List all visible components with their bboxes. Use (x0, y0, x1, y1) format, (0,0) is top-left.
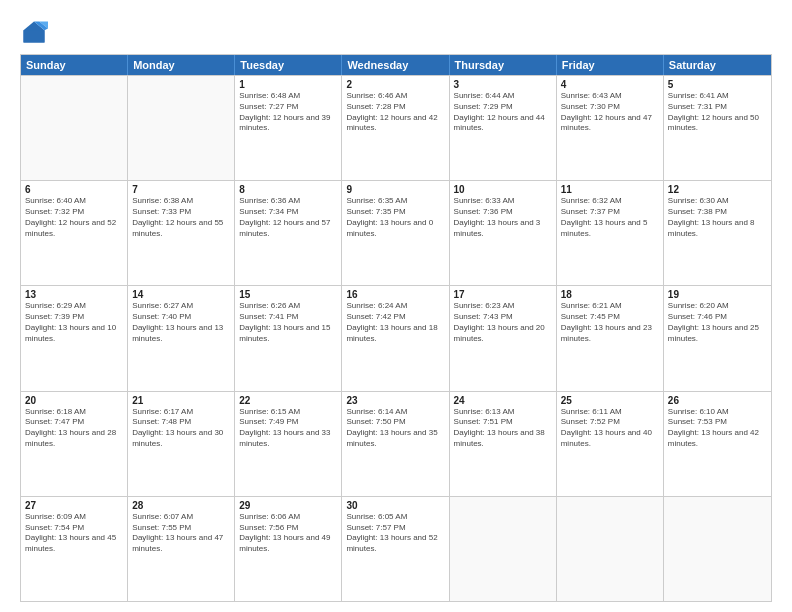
calendar-cell-day-24: 24Sunrise: 6:13 AM Sunset: 7:51 PM Dayli… (450, 392, 557, 496)
cell-info: Sunrise: 6:30 AM Sunset: 7:38 PM Dayligh… (668, 196, 767, 239)
cell-info: Sunrise: 6:06 AM Sunset: 7:56 PM Dayligh… (239, 512, 337, 555)
cell-day-number: 26 (668, 395, 767, 406)
calendar-cell-day-3: 3Sunrise: 6:44 AM Sunset: 7:29 PM Daylig… (450, 76, 557, 180)
cell-info: Sunrise: 6:20 AM Sunset: 7:46 PM Dayligh… (668, 301, 767, 344)
cell-day-number: 20 (25, 395, 123, 406)
cell-day-number: 3 (454, 79, 552, 90)
cell-info: Sunrise: 6:46 AM Sunset: 7:28 PM Dayligh… (346, 91, 444, 134)
cell-day-number: 18 (561, 289, 659, 300)
cell-info: Sunrise: 6:27 AM Sunset: 7:40 PM Dayligh… (132, 301, 230, 344)
cell-info: Sunrise: 6:36 AM Sunset: 7:34 PM Dayligh… (239, 196, 337, 239)
calendar-cell-day-6: 6Sunrise: 6:40 AM Sunset: 7:32 PM Daylig… (21, 181, 128, 285)
cell-info: Sunrise: 6:23 AM Sunset: 7:43 PM Dayligh… (454, 301, 552, 344)
weekday-header-friday: Friday (557, 55, 664, 75)
cell-day-number: 4 (561, 79, 659, 90)
calendar-body: 1Sunrise: 6:48 AM Sunset: 7:27 PM Daylig… (21, 75, 771, 601)
calendar-cell-day-1: 1Sunrise: 6:48 AM Sunset: 7:27 PM Daylig… (235, 76, 342, 180)
cell-info: Sunrise: 6:43 AM Sunset: 7:30 PM Dayligh… (561, 91, 659, 134)
logo (20, 18, 52, 46)
calendar-cell-day-28: 28Sunrise: 6:07 AM Sunset: 7:55 PM Dayli… (128, 497, 235, 601)
cell-day-number: 10 (454, 184, 552, 195)
cell-info: Sunrise: 6:07 AM Sunset: 7:55 PM Dayligh… (132, 512, 230, 555)
cell-day-number: 11 (561, 184, 659, 195)
calendar-cell-day-21: 21Sunrise: 6:17 AM Sunset: 7:48 PM Dayli… (128, 392, 235, 496)
calendar-cell-day-20: 20Sunrise: 6:18 AM Sunset: 7:47 PM Dayli… (21, 392, 128, 496)
cell-info: Sunrise: 6:10 AM Sunset: 7:53 PM Dayligh… (668, 407, 767, 450)
weekday-header-saturday: Saturday (664, 55, 771, 75)
calendar-row-1: 1Sunrise: 6:48 AM Sunset: 7:27 PM Daylig… (21, 75, 771, 180)
weekday-header-tuesday: Tuesday (235, 55, 342, 75)
calendar-cell-empty (21, 76, 128, 180)
cell-info: Sunrise: 6:44 AM Sunset: 7:29 PM Dayligh… (454, 91, 552, 134)
calendar-row-3: 13Sunrise: 6:29 AM Sunset: 7:39 PM Dayli… (21, 285, 771, 390)
cell-day-number: 13 (25, 289, 123, 300)
calendar-cell-day-30: 30Sunrise: 6:05 AM Sunset: 7:57 PM Dayli… (342, 497, 449, 601)
cell-day-number: 1 (239, 79, 337, 90)
calendar-row-2: 6Sunrise: 6:40 AM Sunset: 7:32 PM Daylig… (21, 180, 771, 285)
cell-info: Sunrise: 6:18 AM Sunset: 7:47 PM Dayligh… (25, 407, 123, 450)
cell-info: Sunrise: 6:15 AM Sunset: 7:49 PM Dayligh… (239, 407, 337, 450)
cell-day-number: 14 (132, 289, 230, 300)
cell-info: Sunrise: 6:11 AM Sunset: 7:52 PM Dayligh… (561, 407, 659, 450)
calendar-cell-day-26: 26Sunrise: 6:10 AM Sunset: 7:53 PM Dayli… (664, 392, 771, 496)
header (20, 18, 772, 46)
calendar-row-4: 20Sunrise: 6:18 AM Sunset: 7:47 PM Dayli… (21, 391, 771, 496)
cell-day-number: 6 (25, 184, 123, 195)
calendar-cell-empty (557, 497, 664, 601)
cell-day-number: 16 (346, 289, 444, 300)
calendar-cell-day-16: 16Sunrise: 6:24 AM Sunset: 7:42 PM Dayli… (342, 286, 449, 390)
cell-day-number: 27 (25, 500, 123, 511)
calendar-cell-empty (664, 497, 771, 601)
cell-day-number: 24 (454, 395, 552, 406)
cell-day-number: 12 (668, 184, 767, 195)
cell-info: Sunrise: 6:29 AM Sunset: 7:39 PM Dayligh… (25, 301, 123, 344)
calendar-cell-day-8: 8Sunrise: 6:36 AM Sunset: 7:34 PM Daylig… (235, 181, 342, 285)
svg-rect-2 (24, 30, 45, 42)
cell-day-number: 5 (668, 79, 767, 90)
calendar-cell-day-29: 29Sunrise: 6:06 AM Sunset: 7:56 PM Dayli… (235, 497, 342, 601)
calendar-cell-day-18: 18Sunrise: 6:21 AM Sunset: 7:45 PM Dayli… (557, 286, 664, 390)
calendar-cell-day-9: 9Sunrise: 6:35 AM Sunset: 7:35 PM Daylig… (342, 181, 449, 285)
weekday-header-wednesday: Wednesday (342, 55, 449, 75)
calendar-cell-empty (450, 497, 557, 601)
calendar-cell-day-22: 22Sunrise: 6:15 AM Sunset: 7:49 PM Dayli… (235, 392, 342, 496)
weekday-header-thursday: Thursday (450, 55, 557, 75)
calendar-cell-day-12: 12Sunrise: 6:30 AM Sunset: 7:38 PM Dayli… (664, 181, 771, 285)
calendar-cell-day-14: 14Sunrise: 6:27 AM Sunset: 7:40 PM Dayli… (128, 286, 235, 390)
cell-info: Sunrise: 6:41 AM Sunset: 7:31 PM Dayligh… (668, 91, 767, 134)
cell-day-number: 15 (239, 289, 337, 300)
cell-info: Sunrise: 6:13 AM Sunset: 7:51 PM Dayligh… (454, 407, 552, 450)
cell-day-number: 25 (561, 395, 659, 406)
cell-info: Sunrise: 6:48 AM Sunset: 7:27 PM Dayligh… (239, 91, 337, 134)
cell-info: Sunrise: 6:17 AM Sunset: 7:48 PM Dayligh… (132, 407, 230, 450)
calendar-cell-day-2: 2Sunrise: 6:46 AM Sunset: 7:28 PM Daylig… (342, 76, 449, 180)
weekday-header-sunday: Sunday (21, 55, 128, 75)
cell-day-number: 29 (239, 500, 337, 511)
calendar-cell-day-13: 13Sunrise: 6:29 AM Sunset: 7:39 PM Dayli… (21, 286, 128, 390)
cell-day-number: 23 (346, 395, 444, 406)
cell-info: Sunrise: 6:32 AM Sunset: 7:37 PM Dayligh… (561, 196, 659, 239)
cell-info: Sunrise: 6:35 AM Sunset: 7:35 PM Dayligh… (346, 196, 444, 239)
page: SundayMondayTuesdayWednesdayThursdayFrid… (0, 0, 792, 612)
cell-info: Sunrise: 6:21 AM Sunset: 7:45 PM Dayligh… (561, 301, 659, 344)
cell-day-number: 30 (346, 500, 444, 511)
cell-day-number: 17 (454, 289, 552, 300)
cell-info: Sunrise: 6:05 AM Sunset: 7:57 PM Dayligh… (346, 512, 444, 555)
cell-info: Sunrise: 6:38 AM Sunset: 7:33 PM Dayligh… (132, 196, 230, 239)
calendar-cell-day-25: 25Sunrise: 6:11 AM Sunset: 7:52 PM Dayli… (557, 392, 664, 496)
calendar-cell-day-10: 10Sunrise: 6:33 AM Sunset: 7:36 PM Dayli… (450, 181, 557, 285)
cell-day-number: 7 (132, 184, 230, 195)
cell-day-number: 21 (132, 395, 230, 406)
cell-info: Sunrise: 6:14 AM Sunset: 7:50 PM Dayligh… (346, 407, 444, 450)
calendar-row-5: 27Sunrise: 6:09 AM Sunset: 7:54 PM Dayli… (21, 496, 771, 601)
calendar-header: SundayMondayTuesdayWednesdayThursdayFrid… (21, 55, 771, 75)
calendar-cell-day-17: 17Sunrise: 6:23 AM Sunset: 7:43 PM Dayli… (450, 286, 557, 390)
calendar-cell-day-19: 19Sunrise: 6:20 AM Sunset: 7:46 PM Dayli… (664, 286, 771, 390)
calendar-cell-day-11: 11Sunrise: 6:32 AM Sunset: 7:37 PM Dayli… (557, 181, 664, 285)
cell-day-number: 22 (239, 395, 337, 406)
calendar-cell-day-15: 15Sunrise: 6:26 AM Sunset: 7:41 PM Dayli… (235, 286, 342, 390)
calendar-cell-empty (128, 76, 235, 180)
cell-day-number: 9 (346, 184, 444, 195)
cell-info: Sunrise: 6:33 AM Sunset: 7:36 PM Dayligh… (454, 196, 552, 239)
calendar: SundayMondayTuesdayWednesdayThursdayFrid… (20, 54, 772, 602)
